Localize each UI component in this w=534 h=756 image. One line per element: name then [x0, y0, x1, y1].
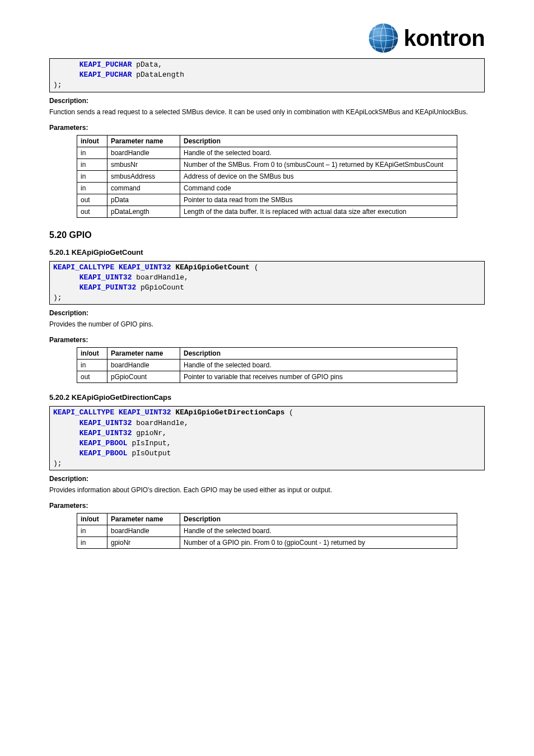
table-row: in boardHandle Handle of the selected bo…	[77, 525, 457, 537]
table-row: in smbusAddress Address of device on the…	[77, 170, 457, 182]
table-cell: pGpioCount	[107, 371, 180, 383]
table-cell: Pointer to data read from the SMBus	[180, 194, 457, 206]
table-header: Parameter name	[107, 348, 180, 360]
type-keyword: KEAPI_PBOOL	[79, 449, 128, 458]
table-cell: Command code	[180, 182, 457, 194]
table-row: in gpioNr Number of a GPIO pin. From 0 t…	[77, 537, 457, 549]
code-close: );	[53, 293, 62, 302]
description-label: Description:	[49, 309, 485, 317]
code-ident: pData,	[136, 60, 162, 69]
function-name: KEApiGpioGetCount	[175, 263, 250, 272]
parameters-label: Parameters:	[49, 502, 485, 510]
globe-icon	[368, 22, 399, 54]
parameters-label: Parameters:	[49, 336, 485, 344]
type-keyword: KEAPI_UINT32	[119, 408, 171, 417]
table-cell: in	[77, 170, 107, 182]
table-header-row: in/out Parameter name Description	[77, 514, 457, 525]
table-cell: boardHandle	[107, 360, 180, 371]
description-label: Description:	[49, 475, 485, 483]
table-cell: boardHandle	[107, 525, 180, 537]
function-name: KEApiGpioGetDirectionCaps	[175, 408, 284, 417]
description-text: Function sends a read request to a selec…	[49, 108, 485, 116]
type-keyword: KEAPI_PBOOL	[79, 439, 128, 447]
table-row: in smbusNr Number of the SMBus. From 0 t…	[77, 158, 457, 170]
table-cell: Number of the SMBus. From 0 to (smbusCou…	[180, 158, 457, 170]
table-cell: in	[77, 158, 107, 170]
table-cell: out	[77, 371, 107, 383]
table-cell: in	[77, 360, 107, 371]
description-label: Description:	[49, 97, 485, 105]
table-cell: pDataLength	[107, 206, 180, 217]
code-block-0: KEAPI_PUCHAR pData, KEAPI_PUCHAR pDataLe…	[49, 58, 485, 92]
type-keyword: KEAPI_PUCHAR	[79, 60, 132, 69]
code-ident: pIsInput,	[132, 439, 171, 447]
table-header: Parameter name	[107, 135, 180, 147]
table-cell: in	[77, 147, 107, 158]
code-ident: boardHandle,	[136, 419, 189, 427]
type-keyword: KEAPI_UINT32	[79, 429, 132, 437]
table-cell: in	[77, 537, 107, 549]
type-keyword: KEAPI_PUCHAR	[79, 71, 132, 79]
subsection-heading: 5.20.2 KEApiGpioGetDirectionCaps	[49, 393, 485, 402]
subsection-heading: 5.20.1 KEApiGpioGetCount	[49, 248, 485, 256]
section-heading: 5.20 GPIO	[49, 230, 485, 240]
table-cell: command	[107, 182, 180, 194]
type-keyword: KEAPI_UINT32	[119, 263, 171, 272]
type-keyword: KEAPI_UINT32	[79, 273, 132, 282]
code-close: );	[53, 81, 62, 89]
code-ident: boardHandle,	[136, 273, 189, 282]
description-text: Provides information about GPIO's direct…	[49, 486, 485, 494]
code-ident: gpioNr,	[136, 429, 167, 437]
table-row: in boardHandle Handle of the selected bo…	[77, 360, 457, 371]
table-cell: Handle of the selected board.	[180, 360, 457, 371]
table-header: in/out	[77, 348, 107, 360]
code-ident: pDataLength	[136, 71, 184, 79]
code-ident: pIsOutput	[132, 449, 171, 458]
table-row: in command Command code	[77, 182, 457, 194]
table-row: out pDataLength Length of the data buffe…	[77, 206, 457, 217]
table-cell: in	[77, 182, 107, 194]
code-block-2: KEAPI_CALLTYPE KEAPI_UINT32 KEApiGpioGet…	[49, 406, 485, 470]
table-header: in/out	[77, 135, 107, 147]
table-cell: out	[77, 206, 107, 217]
table-cell: smbusNr	[107, 158, 180, 170]
code-paren: (	[289, 408, 293, 417]
table-cell: Length of the data buffer. It is replace…	[180, 206, 457, 217]
table-header-row: in/out Parameter name Description	[77, 135, 457, 147]
table-cell: smbusAddress	[107, 170, 180, 182]
brand-logo: kontron	[368, 22, 485, 54]
table-header: Description	[180, 135, 457, 147]
table-cell: gpioNr	[107, 537, 180, 549]
type-keyword: KEAPI_CALLTYPE	[53, 408, 114, 417]
table-cell: Number of a GPIO pin. From 0 to (gpioCou…	[180, 537, 457, 549]
parameters-table-1: in/out Parameter name Description in boa…	[77, 347, 457, 383]
table-header: Description	[180, 348, 457, 360]
parameters-label: Parameters:	[49, 124, 485, 132]
table-cell: in	[77, 525, 107, 537]
code-paren: (	[254, 263, 259, 272]
table-cell: Handle of the selected board.	[180, 147, 457, 158]
table-row: out pGpioCount Pointer to variable that …	[77, 371, 457, 383]
brand-name: kontron	[404, 27, 485, 49]
table-row: in boardHandle Handle of the selected bo…	[77, 147, 457, 158]
description-text: Provides the number of GPIO pins.	[49, 320, 485, 328]
table-header: Description	[180, 514, 457, 525]
table-cell: Handle of the selected board.	[180, 525, 457, 537]
table-header: in/out	[77, 514, 107, 525]
table-cell: out	[77, 194, 107, 206]
code-ident: pGpioCount	[140, 283, 184, 292]
table-cell: Pointer to variable that receives number…	[180, 371, 457, 383]
table-header: Parameter name	[107, 514, 180, 525]
type-keyword: KEAPI_CALLTYPE	[53, 263, 114, 272]
table-header-row: in/out Parameter name Description	[77, 348, 457, 360]
table-cell: pData	[107, 194, 180, 206]
code-block-1: KEAPI_CALLTYPE KEAPI_UINT32 KEApiGpioGet…	[49, 261, 485, 305]
type-keyword: KEAPI_UINT32	[79, 419, 132, 427]
code-close: );	[53, 459, 62, 468]
parameters-table-2: in/out Parameter name Description in boa…	[77, 513, 457, 549]
table-cell: Address of device on the SMBus bus	[180, 170, 457, 182]
table-row: out pData Pointer to data read from the …	[77, 194, 457, 206]
type-keyword: KEAPI_PUINT32	[79, 283, 136, 292]
parameters-table-0: in/out Parameter name Description in boa…	[77, 135, 457, 218]
table-cell: boardHandle	[107, 147, 180, 158]
